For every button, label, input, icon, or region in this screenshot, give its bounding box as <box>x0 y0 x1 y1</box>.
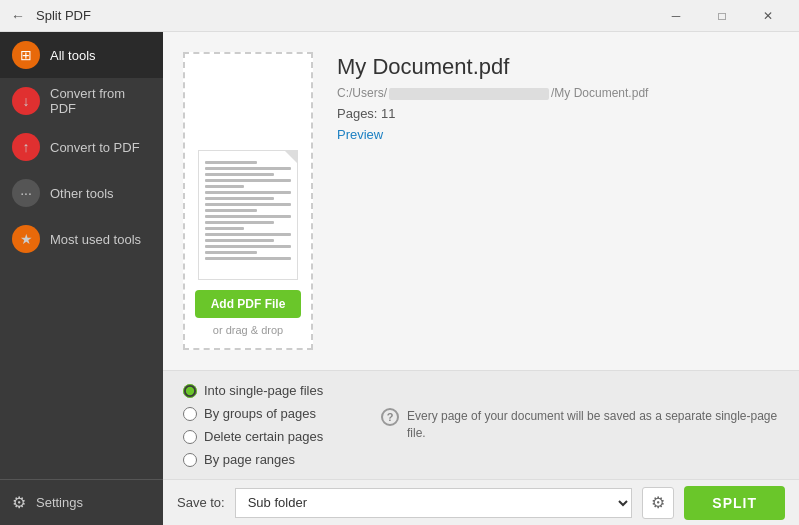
options-area: Into single-page files By groups of page… <box>163 370 799 479</box>
close-button[interactable]: ✕ <box>745 0 791 32</box>
split-button[interactable]: SPLIT <box>684 486 785 520</box>
file-area: Add PDF File or drag & drop My Document.… <box>163 32 799 370</box>
file-path-prefix: C:/Users/ <box>337 86 387 100</box>
pdf-line <box>205 191 291 194</box>
sidebar-label-other-tools: Other tools <box>50 186 114 201</box>
pdf-line <box>205 173 274 176</box>
save-to-select[interactable]: Sub folder Same folder Choose folder <box>235 488 633 518</box>
file-path-suffix: /My Document.pdf <box>551 86 648 100</box>
sidebar-label-most-used-tools: Most used tools <box>50 232 141 247</box>
pdf-line <box>205 245 291 248</box>
file-info-panel: My Document.pdf C:/Users//My Document.pd… <box>337 52 779 350</box>
sidebar-spacer <box>0 262 163 479</box>
pdf-line <box>205 221 274 224</box>
minimize-button[interactable]: ─ <box>653 0 699 32</box>
pdf-line <box>205 185 244 188</box>
radio-group: Into single-page files By groups of page… <box>183 383 343 467</box>
radio-groups-of-pages[interactable]: By groups of pages <box>183 406 343 421</box>
all-tools-icon: ⊞ <box>12 41 40 69</box>
drag-drop-hint: or drag & drop <box>213 324 283 336</box>
maximize-button[interactable]: □ <box>699 0 745 32</box>
pdf-line <box>205 179 291 182</box>
most-used-tools-icon: ★ <box>12 225 40 253</box>
content-area: Add PDF File or drag & drop My Document.… <box>163 32 799 525</box>
title-bar: ← Split PDF ─ □ ✕ <box>0 0 799 32</box>
radio-input-delete-certain[interactable] <box>183 430 197 444</box>
sidebar-item-most-used-tools[interactable]: ★ Most used tools <box>0 216 163 262</box>
radio-delete-certain[interactable]: Delete certain pages <box>183 429 343 444</box>
gear-icon: ⚙ <box>651 493 665 512</box>
file-pages: Pages: 11 <box>337 106 779 121</box>
sidebar: ⊞ All tools ↓ Convert from PDF ↑ Convert… <box>0 32 163 525</box>
gear-button[interactable]: ⚙ <box>642 487 674 519</box>
sidebar-item-all-tools[interactable]: ⊞ All tools <box>0 32 163 78</box>
pdf-corner-fold <box>285 151 297 163</box>
sidebar-label-convert-from-pdf: Convert from PDF <box>50 86 151 116</box>
pdf-line <box>205 161 257 164</box>
sidebar-item-convert-to-pdf[interactable]: ↑ Convert to PDF <box>0 124 163 170</box>
save-to-label: Save to: <box>177 495 225 510</box>
add-pdf-button[interactable]: Add PDF File <box>195 290 302 318</box>
pdf-line <box>205 233 291 236</box>
settings-icon: ⚙ <box>12 493 26 512</box>
radio-label-page-ranges: By page ranges <box>204 452 295 467</box>
radio-single-page[interactable]: Into single-page files <box>183 383 343 398</box>
window-controls: ─ □ ✕ <box>653 0 791 32</box>
convert-to-pdf-icon: ↑ <box>12 133 40 161</box>
convert-from-pdf-icon: ↓ <box>12 87 40 115</box>
pdf-line <box>205 167 291 170</box>
pdf-line <box>205 227 244 230</box>
file-path-blurred <box>389 88 549 100</box>
radio-page-ranges[interactable]: By page ranges <box>183 452 343 467</box>
radio-input-groups-of-pages[interactable] <box>183 407 197 421</box>
radio-label-single-page: Into single-page files <box>204 383 323 398</box>
pdf-line <box>205 251 257 254</box>
sidebar-item-convert-from-pdf[interactable]: ↓ Convert from PDF <box>0 78 163 124</box>
pdf-line <box>205 209 257 212</box>
window-title: Split PDF <box>36 8 653 23</box>
help-icon[interactable]: ? <box>381 408 399 426</box>
bottom-bar: Save to: Sub folder Same folder Choose f… <box>163 479 799 525</box>
radio-label-delete-certain: Delete certain pages <box>204 429 323 444</box>
radio-input-single-page[interactable] <box>183 384 197 398</box>
preview-link[interactable]: Preview <box>337 127 779 142</box>
sidebar-settings[interactable]: ⚙ Settings <box>0 479 163 525</box>
pdf-thumbnail <box>198 150 298 280</box>
pdf-line <box>205 197 274 200</box>
file-name: My Document.pdf <box>337 54 779 80</box>
pdf-drop-zone[interactable]: Add PDF File or drag & drop <box>183 52 313 350</box>
sidebar-label-all-tools: All tools <box>50 48 96 63</box>
radio-label-groups-of-pages: By groups of pages <box>204 406 316 421</box>
pdf-content-lines <box>205 161 291 260</box>
sidebar-item-other-tools[interactable]: ··· Other tools <box>0 170 163 216</box>
radio-input-page-ranges[interactable] <box>183 453 197 467</box>
option-description: ? Every page of your document will be sa… <box>381 408 779 442</box>
option-row-main: Into single-page files By groups of page… <box>183 383 779 467</box>
file-path: C:/Users//My Document.pdf <box>337 86 779 100</box>
main-layout: ⊞ All tools ↓ Convert from PDF ↑ Convert… <box>0 32 799 525</box>
pdf-line <box>205 215 291 218</box>
settings-label: Settings <box>36 495 83 510</box>
back-button[interactable]: ← <box>8 6 28 26</box>
sidebar-label-convert-to-pdf: Convert to PDF <box>50 140 140 155</box>
other-tools-icon: ··· <box>12 179 40 207</box>
pdf-line <box>205 239 274 242</box>
pdf-line <box>205 257 291 260</box>
option-desc-text: Every page of your document will be save… <box>407 408 779 442</box>
pdf-line <box>205 203 291 206</box>
